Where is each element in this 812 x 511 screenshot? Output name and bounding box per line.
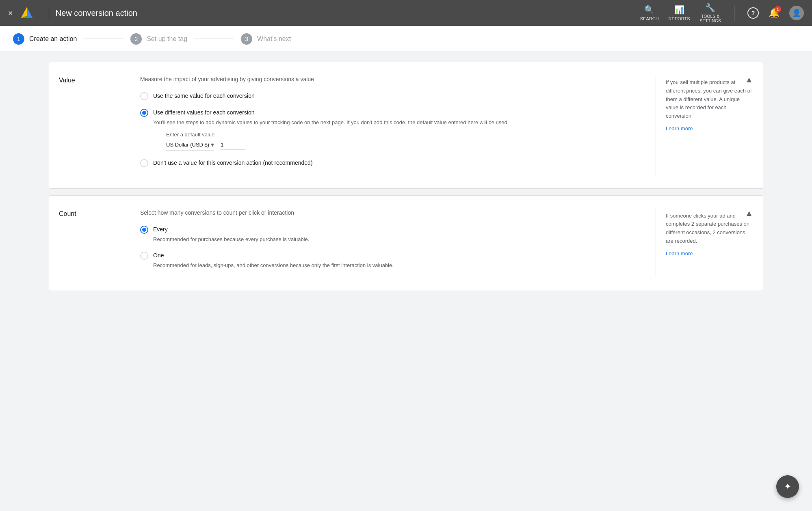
step-2-label: Set up the tag — [147, 35, 187, 43]
notification-badge: 1 — [775, 6, 781, 13]
search-nav-button[interactable]: 🔍 SEARCH — [640, 5, 659, 21]
one-sublabel: Recommended for leads, sign-ups, and oth… — [153, 261, 394, 270]
step-2-circle: 2 — [130, 33, 142, 45]
different-values-option[interactable]: Use different values for each conversion… — [140, 108, 646, 151]
app-logo — [19, 6, 34, 20]
every-sublabel: Recommended for purchases because every … — [153, 235, 309, 244]
reports-icon: 📊 — [674, 5, 684, 15]
count-card: Count Select how many conversions to cou… — [49, 195, 763, 291]
same-value-radio[interactable] — [140, 92, 148, 100]
close-button[interactable]: × — [8, 9, 13, 18]
one-label: One — [153, 252, 164, 259]
default-value-row: US Dollar (USD $) ▾ — [166, 141, 509, 151]
app-header: × New conversion action 🔍 SEARCH 📊 REPOR… — [0, 0, 812, 26]
every-option[interactable]: Every Recommended for purchases because … — [140, 225, 646, 244]
one-option[interactable]: One Recommended for leads, sign-ups, and… — [140, 251, 646, 270]
every-label-group: Every Recommended for purchases because … — [153, 225, 309, 244]
header-actions: 🔍 SEARCH 📊 REPORTS 🔧 TOOLS &SETTINGS ? 🔔… — [640, 3, 804, 23]
value-help: ▲ If you sell multiple products at diffe… — [656, 75, 753, 175]
one-radio[interactable] — [140, 252, 148, 260]
every-label: Every — [153, 226, 168, 233]
count-label: Count — [59, 209, 140, 278]
search-label: SEARCH — [640, 16, 659, 21]
value-card: Value Measure the impact of your adverti… — [49, 62, 763, 189]
count-help-text: If someone clicks your ad and completes … — [666, 212, 753, 246]
reports-label: REPORTS — [669, 16, 690, 21]
step-1-label: Create an action — [29, 35, 77, 43]
no-value-label: Don't use a value for this conversion ac… — [153, 160, 313, 166]
help-button[interactable]: ? — [747, 7, 759, 19]
different-values-label: Use different values for each conversion — [153, 109, 255, 116]
step-2[interactable]: 2 Set up the tag — [130, 33, 187, 45]
search-icon: 🔍 — [644, 5, 654, 15]
tools-icon: 🔧 — [705, 3, 715, 13]
currency-select[interactable]: US Dollar (USD $) ▾ — [166, 141, 214, 151]
step-3-label: What's next — [257, 35, 291, 43]
notifications-button[interactable]: 🔔 1 — [769, 8, 780, 18]
no-value-label-group: Don't use a value for this conversion ac… — [153, 159, 313, 167]
same-value-label: Use the same value for each conversion — [153, 93, 255, 99]
value-collapse-button[interactable]: ▲ — [745, 75, 753, 84]
count-collapse-button[interactable]: ▲ — [745, 209, 753, 218]
avatar-icon: 👤 — [792, 9, 801, 17]
every-radio[interactable] — [140, 226, 148, 234]
page-title: New conversion action — [56, 9, 640, 18]
stepper: 1 Create an action 2 Set up the tag 3 Wh… — [0, 26, 812, 52]
value-label: Value — [59, 75, 140, 175]
main-content: Value Measure the impact of your adverti… — [0, 52, 812, 301]
help-icon: ? — [747, 7, 759, 19]
value-description: Measure the impact of your advertising b… — [140, 75, 646, 84]
tools-nav-button[interactable]: 🔧 TOOLS &SETTINGS — [700, 3, 721, 23]
one-label-group: One Recommended for leads, sign-ups, and… — [153, 251, 394, 270]
chevron-down-icon: ▾ — [211, 141, 214, 149]
different-values-label-group: Use different values for each conversion… — [153, 108, 509, 151]
same-value-label-group: Use the same value for each conversion — [153, 92, 255, 100]
no-value-radio[interactable] — [140, 159, 148, 167]
header-divider — [49, 6, 49, 19]
value-learn-more-link[interactable]: Learn more — [666, 125, 693, 132]
step-3[interactable]: 3 What's next — [241, 33, 291, 45]
default-value-section: Enter a default value US Dollar (USD $) … — [166, 132, 509, 151]
value-content: Measure the impact of your advertising b… — [140, 75, 656, 175]
count-help: ▲ If someone clicks your ad and complete… — [656, 209, 753, 278]
value-help-text: If you sell multiple products at differe… — [666, 78, 753, 121]
avatar[interactable]: 👤 — [789, 6, 804, 20]
step-1[interactable]: 1 Create an action — [13, 33, 77, 45]
count-description: Select how many conversions to count per… — [140, 209, 646, 217]
reports-nav-button[interactable]: 📊 REPORTS — [669, 5, 690, 21]
different-values-radio[interactable] — [140, 109, 148, 117]
nav-divider — [734, 5, 734, 21]
currency-label: US Dollar (USD $) — [166, 142, 209, 148]
step-1-circle: 1 — [13, 33, 24, 45]
value-input[interactable] — [221, 142, 245, 150]
step-connector-2 — [194, 39, 234, 39]
step-3-circle: 3 — [241, 33, 252, 45]
same-value-option[interactable]: Use the same value for each conversion — [140, 92, 646, 100]
count-learn-more-link[interactable]: Learn more — [666, 250, 693, 257]
default-value-label: Enter a default value — [166, 132, 509, 138]
count-content: Select how many conversions to count per… — [140, 209, 656, 278]
step-connector-1 — [83, 39, 124, 39]
no-value-option[interactable]: Don't use a value for this conversion ac… — [140, 159, 646, 167]
tools-label: TOOLS &SETTINGS — [700, 14, 721, 23]
different-values-sublabel: You'll see the steps to add dynamic valu… — [153, 119, 509, 127]
